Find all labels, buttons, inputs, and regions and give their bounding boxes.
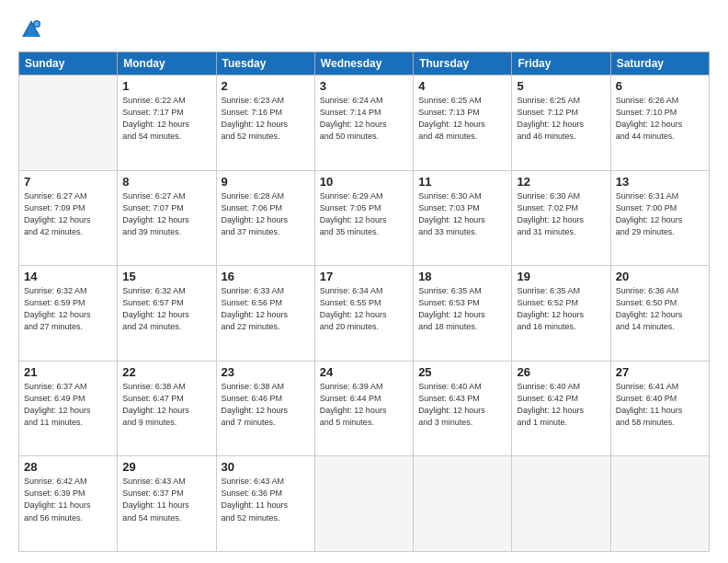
day-number: 28: [24, 460, 112, 474]
calendar-cell: 27Sunrise: 6:41 AM Sunset: 6:40 PM Dayli…: [610, 361, 709, 456]
day-number: 14: [24, 270, 112, 283]
day-number: 4: [418, 79, 506, 93]
day-number: 27: [616, 365, 704, 379]
day-number: 10: [320, 175, 408, 189]
calendar-cell: 17Sunrise: 6:34 AM Sunset: 6:55 PM Dayli…: [314, 266, 413, 362]
calendar-header-row: SundayMondayTuesdayWednesdayThursdayFrid…: [19, 52, 710, 75]
day-number: 8: [122, 175, 210, 189]
calendar-cell: 8Sunrise: 6:27 AM Sunset: 7:07 PM Daylig…: [118, 170, 216, 266]
calendar-week-row: 1Sunrise: 6:22 AM Sunset: 7:17 PM Daylig…: [19, 75, 710, 171]
logo: [18, 17, 48, 42]
day-info: Sunrise: 6:39 AM Sunset: 6:44 PM Dayligh…: [320, 381, 408, 429]
day-info: Sunrise: 6:30 AM Sunset: 7:03 PM Dayligh…: [418, 190, 506, 238]
calendar-week-row: 7Sunrise: 6:27 AM Sunset: 7:09 PM Daylig…: [19, 170, 710, 266]
weekday-header: Sunday: [19, 52, 118, 75]
day-number: 2: [222, 79, 310, 93]
calendar-cell: [512, 456, 610, 552]
day-info: Sunrise: 6:37 AM Sunset: 6:49 PM Dayligh…: [24, 381, 112, 429]
day-info: Sunrise: 6:22 AM Sunset: 7:17 PM Dayligh…: [122, 95, 210, 143]
calendar-cell: 5Sunrise: 6:25 AM Sunset: 7:12 PM Daylig…: [512, 75, 610, 171]
calendar-cell: 18Sunrise: 6:35 AM Sunset: 6:53 PM Dayli…: [414, 266, 512, 362]
day-number: 9: [222, 175, 310, 189]
calendar-cell: 6Sunrise: 6:26 AM Sunset: 7:10 PM Daylig…: [610, 75, 709, 171]
day-number: 24: [320, 365, 408, 379]
calendar-cell: 1Sunrise: 6:22 AM Sunset: 7:17 PM Daylig…: [118, 75, 216, 171]
weekday-header: Saturday: [610, 52, 709, 75]
day-info: Sunrise: 6:40 AM Sunset: 6:43 PM Dayligh…: [418, 381, 506, 429]
day-info: Sunrise: 6:28 AM Sunset: 7:06 PM Dayligh…: [222, 190, 310, 238]
day-number: 22: [122, 365, 210, 379]
calendar-cell: [19, 75, 118, 171]
day-info: Sunrise: 6:32 AM Sunset: 6:59 PM Dayligh…: [24, 285, 112, 333]
calendar-cell: 10Sunrise: 6:29 AM Sunset: 7:05 PM Dayli…: [314, 170, 413, 266]
calendar-cell: 3Sunrise: 6:24 AM Sunset: 7:14 PM Daylig…: [314, 75, 413, 171]
day-number: 1: [122, 79, 210, 93]
calendar-cell: 11Sunrise: 6:30 AM Sunset: 7:03 PM Dayli…: [414, 170, 512, 266]
day-number: 5: [517, 79, 605, 93]
calendar-cell: 19Sunrise: 6:35 AM Sunset: 6:52 PM Dayli…: [512, 266, 610, 362]
calendar-cell: 30Sunrise: 6:43 AM Sunset: 6:36 PM Dayli…: [216, 456, 314, 552]
day-number: 16: [222, 270, 310, 283]
calendar-cell: 12Sunrise: 6:30 AM Sunset: 7:02 PM Dayli…: [512, 170, 610, 266]
day-info: Sunrise: 6:35 AM Sunset: 6:53 PM Dayligh…: [418, 285, 506, 333]
day-info: Sunrise: 6:40 AM Sunset: 6:42 PM Dayligh…: [517, 381, 605, 429]
day-number: 30: [222, 460, 310, 474]
day-info: Sunrise: 6:34 AM Sunset: 6:55 PM Dayligh…: [320, 285, 408, 333]
day-info: Sunrise: 6:29 AM Sunset: 7:05 PM Dayligh…: [320, 190, 408, 238]
calendar-cell: 23Sunrise: 6:38 AM Sunset: 6:46 PM Dayli…: [216, 361, 314, 456]
day-info: Sunrise: 6:25 AM Sunset: 7:13 PM Dayligh…: [418, 95, 506, 143]
day-info: Sunrise: 6:30 AM Sunset: 7:02 PM Dayligh…: [517, 190, 605, 238]
svg-point-3: [35, 22, 40, 27]
day-number: 23: [222, 365, 310, 379]
day-info: Sunrise: 6:38 AM Sunset: 6:47 PM Dayligh…: [122, 381, 210, 429]
calendar-cell: 28Sunrise: 6:42 AM Sunset: 6:39 PM Dayli…: [19, 456, 118, 552]
day-info: Sunrise: 6:43 AM Sunset: 6:36 PM Dayligh…: [222, 476, 310, 523]
calendar-cell: 7Sunrise: 6:27 AM Sunset: 7:09 PM Daylig…: [19, 170, 118, 266]
calendar-week-row: 28Sunrise: 6:42 AM Sunset: 6:39 PM Dayli…: [19, 456, 710, 552]
day-number: 17: [320, 270, 408, 283]
header: [18, 17, 710, 42]
calendar-cell: 14Sunrise: 6:32 AM Sunset: 6:59 PM Dayli…: [19, 266, 118, 362]
day-info: Sunrise: 6:25 AM Sunset: 7:12 PM Dayligh…: [517, 95, 605, 143]
day-info: Sunrise: 6:41 AM Sunset: 6:40 PM Dayligh…: [616, 381, 704, 429]
day-number: 18: [418, 270, 506, 283]
day-info: Sunrise: 6:24 AM Sunset: 7:14 PM Dayligh…: [320, 95, 408, 143]
day-number: 26: [517, 365, 605, 379]
day-number: 15: [122, 270, 210, 283]
day-number: 11: [418, 175, 506, 189]
calendar-cell: 13Sunrise: 6:31 AM Sunset: 7:00 PM Dayli…: [610, 170, 709, 266]
calendar-cell: 24Sunrise: 6:39 AM Sunset: 6:44 PM Dayli…: [314, 361, 413, 456]
calendar-cell: 9Sunrise: 6:28 AM Sunset: 7:06 PM Daylig…: [216, 170, 314, 266]
day-number: 25: [418, 365, 506, 379]
day-info: Sunrise: 6:38 AM Sunset: 6:46 PM Dayligh…: [222, 381, 310, 429]
weekday-header: Tuesday: [216, 52, 314, 75]
day-info: Sunrise: 6:33 AM Sunset: 6:56 PM Dayligh…: [222, 285, 310, 333]
day-number: 6: [616, 79, 704, 93]
day-info: Sunrise: 6:27 AM Sunset: 7:09 PM Dayligh…: [24, 190, 112, 238]
calendar: SundayMondayTuesdayWednesdayThursdayFrid…: [18, 52, 710, 552]
weekday-header: Monday: [118, 52, 216, 75]
day-number: 12: [517, 175, 605, 189]
weekday-header: Wednesday: [314, 52, 413, 75]
day-info: Sunrise: 6:32 AM Sunset: 6:57 PM Dayligh…: [122, 285, 210, 333]
day-number: 21: [24, 365, 112, 379]
weekday-header: Thursday: [414, 52, 512, 75]
calendar-cell: 26Sunrise: 6:40 AM Sunset: 6:42 PM Dayli…: [512, 361, 610, 456]
calendar-cell: 22Sunrise: 6:38 AM Sunset: 6:47 PM Dayli…: [118, 361, 216, 456]
calendar-cell: 20Sunrise: 6:36 AM Sunset: 6:50 PM Dayli…: [610, 266, 709, 362]
day-info: Sunrise: 6:43 AM Sunset: 6:37 PM Dayligh…: [122, 476, 210, 523]
day-number: 20: [616, 270, 704, 283]
day-number: 3: [320, 79, 408, 93]
page: SundayMondayTuesdayWednesdayThursdayFrid…: [0, 0, 728, 563]
calendar-cell: 15Sunrise: 6:32 AM Sunset: 6:57 PM Dayli…: [118, 266, 216, 362]
day-info: Sunrise: 6:23 AM Sunset: 7:16 PM Dayligh…: [222, 95, 310, 143]
day-number: 13: [616, 175, 704, 189]
weekday-header: Friday: [512, 52, 610, 75]
calendar-cell: 2Sunrise: 6:23 AM Sunset: 7:16 PM Daylig…: [216, 75, 314, 171]
calendar-week-row: 21Sunrise: 6:37 AM Sunset: 6:49 PM Dayli…: [19, 361, 710, 456]
day-info: Sunrise: 6:36 AM Sunset: 6:50 PM Dayligh…: [616, 285, 704, 333]
calendar-week-row: 14Sunrise: 6:32 AM Sunset: 6:59 PM Dayli…: [19, 266, 710, 362]
day-number: 19: [517, 270, 605, 283]
calendar-cell: 25Sunrise: 6:40 AM Sunset: 6:43 PM Dayli…: [414, 361, 512, 456]
calendar-cell: [610, 456, 709, 552]
